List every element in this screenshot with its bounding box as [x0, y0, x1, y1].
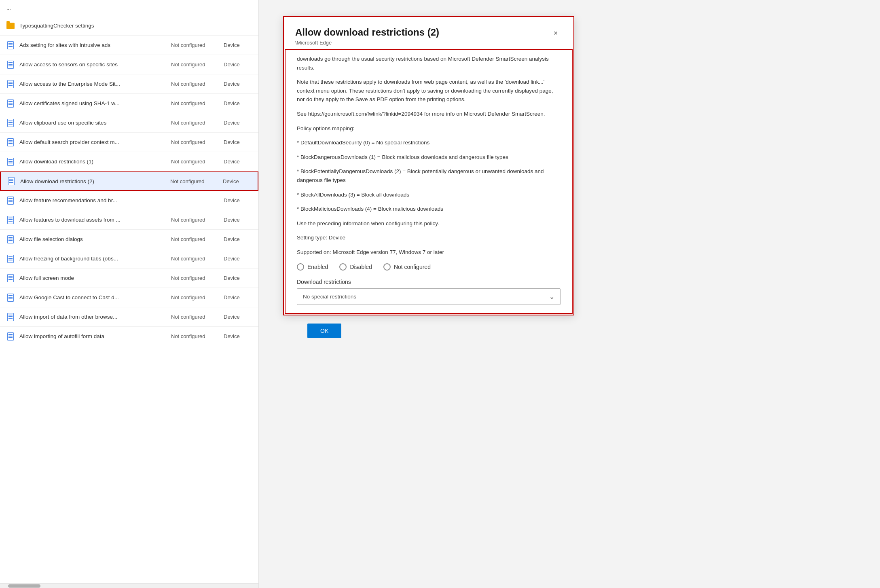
download-restrictions-dropdown[interactable]: No special restrictions ⌄: [297, 288, 561, 305]
item-name: Allow access to the Enterprise Mode Sit.…: [19, 81, 171, 87]
folder-icon: [6, 23, 15, 29]
item-type: Device: [224, 120, 252, 126]
item-name: Allow feature recommendations and br...: [19, 197, 171, 203]
dropdown-value: No special restrictions: [303, 294, 356, 300]
item-type: Device: [224, 197, 252, 203]
document-icon: [7, 332, 14, 341]
list-item[interactable]: Allow download restrictions (2)Not confi…: [0, 171, 258, 191]
description-paragraph: Setting type: Device: [297, 233, 561, 242]
item-status: Not configured: [170, 178, 223, 184]
list-item[interactable]: Ads setting for sites with intrusive ads…: [0, 36, 258, 55]
item-status: Not configured: [171, 139, 224, 145]
item-type: Device: [224, 256, 252, 262]
document-icon: [7, 119, 14, 127]
dialog-header: Allow download restrictions (2) \Microso…: [284, 17, 573, 49]
item-status: Not configured: [171, 100, 224, 106]
dialog-footer: OK: [283, 315, 366, 354]
chevron-down-icon: ⌄: [549, 293, 554, 300]
scrollbar-thumb[interactable]: [8, 584, 40, 588]
list-item[interactable]: Allow importing of autofill form dataNot…: [0, 327, 258, 346]
list-item[interactable]: Allow features to download assets from .…: [0, 210, 258, 230]
list-item[interactable]: Allow certificates signed using SHA-1 w.…: [0, 94, 258, 113]
document-icon: [7, 255, 14, 263]
dialog-description: downloads go through the usual security …: [297, 55, 561, 257]
radio-option[interactable]: Enabled: [297, 263, 328, 271]
list-item[interactable]: Allow file selection dialogsNot configur…: [0, 230, 258, 249]
dialog-breadcrumb: \Microsoft Edge: [295, 40, 549, 46]
item-type: Device: [224, 314, 252, 320]
dialog-title-section: Allow download restrictions (2) \Microso…: [295, 27, 549, 46]
document-icon: [7, 158, 14, 166]
document-icon: [7, 99, 14, 108]
top-fade-row: ...: [0, 0, 258, 16]
item-name: Allow import of data from other browse..…: [19, 314, 171, 320]
document-icon: [7, 274, 14, 282]
item-name: Allow default search provider context m.…: [19, 139, 171, 145]
item-type: Device: [224, 275, 252, 281]
radio-circle-icon: [339, 263, 347, 271]
description-paragraph: downloads go through the usual security …: [297, 55, 561, 72]
document-icon: [7, 313, 14, 321]
item-type: Device: [224, 100, 252, 106]
description-paragraph: Supported on: Microsoft Edge version 77,…: [297, 248, 561, 257]
item-status: Not configured: [171, 256, 224, 262]
list-item[interactable]: TyposquattingChecker settings: [0, 16, 258, 36]
list-item[interactable]: Allow freezing of background tabs (obs..…: [0, 249, 258, 269]
radio-label: Not configured: [394, 264, 431, 270]
list-item[interactable]: Allow clipboard use on specific sitesNot…: [0, 113, 258, 133]
list-item[interactable]: Allow default search provider context m.…: [0, 133, 258, 152]
document-icon: [7, 216, 14, 224]
close-button[interactable]: ×: [549, 27, 562, 40]
document-icon: [7, 41, 14, 49]
item-status: Not configured: [171, 333, 224, 339]
item-name: Allow full screen mode: [19, 275, 171, 281]
list-item[interactable]: Allow download restrictions (1)Not confi…: [0, 152, 258, 171]
item-status: Not configured: [171, 217, 224, 223]
list-item[interactable]: Allow import of data from other browse..…: [0, 307, 258, 327]
dropdown-label: Download restrictions: [297, 279, 561, 285]
list-item[interactable]: Allow feature recommendations and br...D…: [0, 191, 258, 210]
document-icon: [7, 197, 14, 205]
radio-group: EnabledDisabledNot configured: [297, 263, 561, 271]
item-status: Not configured: [171, 159, 224, 165]
item-status: Not configured: [171, 236, 224, 242]
radio-label: Disabled: [350, 264, 372, 270]
dialog-body: downloads go through the usual security …: [285, 49, 573, 314]
item-type: Device: [224, 294, 252, 300]
item-name: Allow freezing of background tabs (obs..…: [19, 256, 171, 262]
right-panel: Allow download restrictions (2) \Microso…: [259, 0, 880, 588]
document-icon: [7, 138, 14, 146]
dropdown-section: Download restrictions No special restric…: [297, 279, 561, 305]
description-paragraph: * BlockPotentiallyDangerousDownloads (2)…: [297, 167, 561, 184]
item-status: Not configured: [171, 314, 224, 320]
item-type: Device: [224, 61, 252, 68]
radio-option[interactable]: Not configured: [383, 263, 431, 271]
item-status: Not configured: [171, 81, 224, 87]
list-item[interactable]: Allow access to the Enterprise Mode Sit.…: [0, 74, 258, 94]
item-type: Device: [224, 139, 252, 145]
item-status: Not configured: [171, 61, 224, 68]
document-icon: [7, 294, 14, 302]
ok-button[interactable]: OK: [307, 324, 341, 338]
document-icon: [7, 80, 14, 88]
item-name: Allow certificates signed using SHA-1 w.…: [19, 100, 171, 106]
item-type: Device: [224, 236, 252, 242]
list-item[interactable]: Allow access to sensors on specific site…: [0, 55, 258, 74]
item-name: Allow clipboard use on specific sites: [19, 120, 171, 126]
horizontal-scrollbar[interactable]: [0, 583, 258, 588]
item-type: Device: [224, 159, 252, 165]
item-name: TyposquattingChecker settings: [19, 23, 171, 29]
document-icon: [7, 61, 14, 69]
list-item[interactable]: Allow Google Cast to connect to Cast d..…: [0, 288, 258, 307]
radio-option[interactable]: Disabled: [339, 263, 372, 271]
item-name: Allow download restrictions (1): [19, 159, 171, 165]
item-name: Allow importing of autofill form data: [19, 333, 171, 339]
description-paragraph: * BlockDangerousDownloads (1) = Block ma…: [297, 153, 561, 162]
list-item[interactable]: Allow full screen modeNot configuredDevi…: [0, 269, 258, 288]
item-name: Allow features to download assets from .…: [19, 217, 171, 223]
item-type: Device: [224, 333, 252, 339]
description-paragraph: * DefaultDownloadSecurity (0) = No speci…: [297, 138, 561, 147]
item-type: Device: [224, 42, 252, 48]
radio-label: Enabled: [307, 264, 328, 270]
policy-list: TyposquattingChecker settingsAds setting…: [0, 16, 258, 583]
